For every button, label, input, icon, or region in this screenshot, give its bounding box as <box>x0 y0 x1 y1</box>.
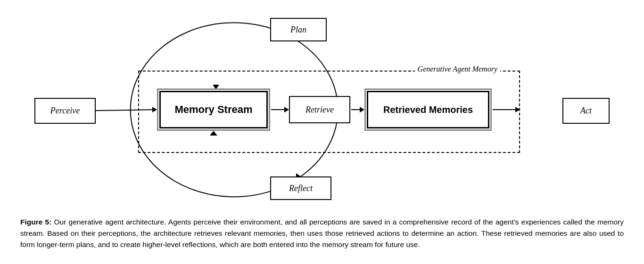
perceive-label: Perceive <box>50 106 80 116</box>
reflect-label: Reflect <box>289 184 313 193</box>
memory-stream-label: Memory Stream <box>174 104 252 116</box>
memory-stream-box: Memory Stream <box>157 88 270 131</box>
figure-caption: Figure 5: Our generative agent architect… <box>20 216 624 250</box>
figure-label: Figure 5: <box>20 218 51 226</box>
perceive-box: Perceive <box>34 98 96 124</box>
diagram: Perceive Generative Agent Memory Memory … <box>20 9 624 212</box>
plan-label: Plan <box>290 25 306 35</box>
act-label: Act <box>580 106 592 116</box>
retrieve-label: Retrieve <box>305 105 334 115</box>
retrieved-memories-label: Retrieved Memories <box>383 104 473 115</box>
dashed-box-label: Generative Agent Memory <box>415 65 500 73</box>
reflect-box: Reflect <box>270 176 331 200</box>
caption-text: Our generative agent architecture. Agent… <box>20 218 624 248</box>
plan-box: Plan <box>270 18 327 41</box>
act-box: Act <box>562 98 610 124</box>
retrieved-memories-box: Retrieved Memories <box>364 88 492 131</box>
retrieve-box: Retrieve <box>289 96 350 123</box>
